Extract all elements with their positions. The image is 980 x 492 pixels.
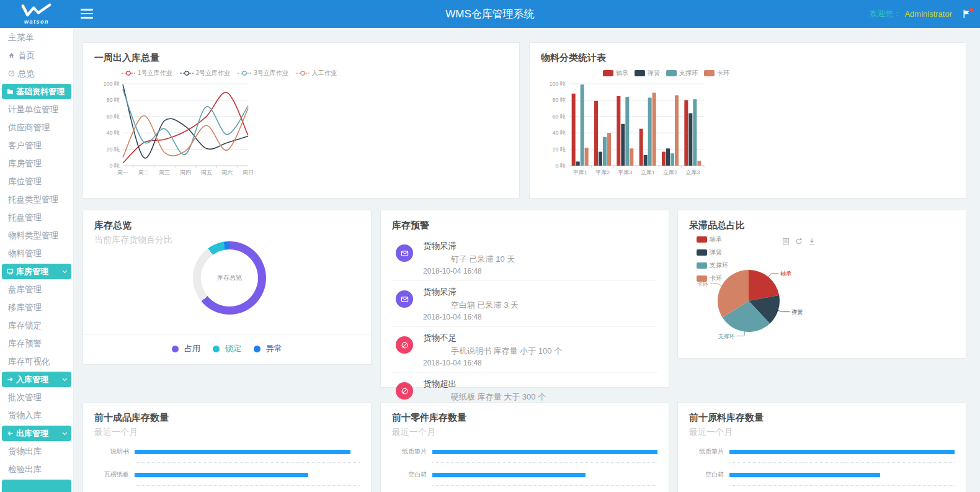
- app-logo[interactable]: watson: [0, 0, 73, 28]
- sidebar-item-5[interactable]: 供应商管理: [0, 119, 73, 136]
- sidebar-item-15[interactable]: 移库管理: [0, 298, 73, 316]
- sidebar-item-19[interactable]: 入库管理: [2, 372, 71, 387]
- card-title: 库存总览: [94, 220, 360, 231]
- sidebar-item-24[interactable]: 检验出库: [0, 460, 73, 478]
- material-bar-chart[interactable]: 0 吨20 吨40 吨60 吨80 吨100 吨平库1平库2平库3立库1立库2立…: [541, 78, 733, 184]
- alert-desc: 空白箱 已呆滞 3 天: [451, 300, 657, 311]
- alert-title: 货物呆滞: [423, 287, 657, 298]
- finished-hbar-chart[interactable]: 说明书瓦楞纸板纸质垫片空白箱: [94, 448, 360, 492]
- pie-legend-item[interactable]: 轴承: [697, 235, 728, 244]
- sidebar-item-21[interactable]: 货物入库: [0, 406, 73, 424]
- notification-dot: [969, 8, 973, 12]
- username[interactable]: Administrator: [904, 9, 952, 19]
- sidebar-item-1[interactable]: 首页: [0, 47, 73, 65]
- legend-item[interactable]: 轴承: [603, 69, 628, 78]
- svg-text:20 吨: 20 吨: [552, 146, 566, 153]
- legend-item[interactable]: 卡环: [704, 69, 729, 78]
- svg-text:周日: 周日: [243, 169, 254, 176]
- svg-text:轴承: 轴承: [780, 271, 791, 277]
- raw-hbar-chart[interactable]: 纸质垫片空白箱彩卡说明书: [689, 448, 955, 492]
- alert-list: 货物呆滞钉子 已呆滞 10 天2018-10-04 16:48货物呆滞空白箱 已…: [392, 235, 657, 418]
- divider: [83, 334, 371, 335]
- svg-text:卡环: 卡环: [697, 281, 708, 287]
- donut-legend-item[interactable]: 锁定: [213, 343, 241, 354]
- sidebar-item-22[interactable]: 出库管理: [2, 426, 71, 441]
- svg-text:100 吨: 100 吨: [103, 81, 120, 87]
- warehouse-icon: [7, 268, 14, 275]
- parts-hbar-chart[interactable]: 纸质垫片空白箱彩卡说明书: [392, 448, 657, 492]
- sidebar-item-11[interactable]: 物料类型管理: [0, 226, 73, 244]
- pie-toolbar: [782, 238, 816, 245]
- card-title: 一周出入库总量: [94, 52, 508, 64]
- sidebar-item-3[interactable]: 基础资料管理: [2, 84, 71, 99]
- sidebar-item-18[interactable]: 库存可视化: [0, 352, 73, 370]
- card-title: 前十原料库存数量: [689, 412, 955, 424]
- legend-item[interactable]: 2号立库作业: [180, 69, 231, 78]
- chevron-down-icon: [62, 270, 68, 274]
- sidebar-item-12[interactable]: 物料管理: [0, 244, 73, 262]
- sidebar-item-label: 库房管理: [8, 158, 42, 169]
- sidebar-item-7[interactable]: 库房管理: [0, 154, 73, 172]
- download-icon[interactable]: [808, 238, 816, 245]
- hbar-gridline: [432, 482, 657, 486]
- sidebar-item-16[interactable]: 库存锁定: [0, 316, 73, 334]
- sidebar-item-6[interactable]: 客户管理: [0, 136, 73, 154]
- sidebar-item-label: 移库管理: [8, 302, 42, 313]
- donut-legend-item[interactable]: 异常: [254, 343, 282, 354]
- sidebar-item-label: 库房管理: [16, 266, 48, 277]
- card-material-category-stats: 物料分类统计表 轴承弹簧支撑环卡环 0 吨20 吨40 吨60 吨80 吨100…: [529, 42, 966, 199]
- sidebar-item-13[interactable]: 库房管理: [2, 264, 71, 279]
- sidebar-item-4[interactable]: 计量单位管理: [0, 101, 73, 119]
- alert-item[interactable]: 货物呆滞空白箱 已呆滞 3 天2018-10-04 16:48: [392, 281, 657, 327]
- alert-icon-wrap: [396, 241, 423, 275]
- refresh-icon[interactable]: [795, 238, 803, 245]
- dataview-icon[interactable]: [782, 238, 790, 245]
- hbar-bar: [432, 450, 657, 454]
- card-top-parts-stock: 前十零件库存数量 最近一个月 纸质垫片空白箱彩卡说明书: [380, 402, 669, 492]
- sidebar-item-17[interactable]: 库存预警: [0, 334, 73, 352]
- material-bar-legend: 轴承弹簧支撑环卡环: [603, 69, 729, 78]
- alert-icon-wrap: [396, 287, 423, 321]
- sidebar-item-label: 供应商管理: [8, 122, 50, 133]
- sidebar-item-9[interactable]: 托盘类型管理: [0, 190, 73, 208]
- card-inventory-alerts: 库存预警 货物呆滞钉子 已呆滞 10 天2018-10-04 16:48货物呆滞…: [380, 210, 669, 388]
- alert-item[interactable]: 货物不足手机说明书 库存量 小于 100 个2018-10-04 16:48: [392, 327, 657, 373]
- legend-item[interactable]: 人工作业: [296, 69, 337, 78]
- legend-item[interactable]: 弹簧: [635, 69, 660, 78]
- sidebar-item-14[interactable]: 盘库管理: [0, 280, 73, 298]
- sidebar-item-25[interactable]: [2, 480, 71, 492]
- sidebar-item-2[interactable]: 总览: [0, 65, 73, 83]
- notification-flag-icon[interactable]: [962, 9, 971, 19]
- legend-label: 1号立库作业: [138, 69, 172, 78]
- menu-toggle-icon[interactable]: [81, 9, 93, 19]
- donut-legend-item[interactable]: 占用: [172, 343, 200, 354]
- legend-item[interactable]: 支撑环: [666, 69, 698, 78]
- hbar-track: [135, 473, 360, 477]
- stagnant-pie-chart[interactable]: 轴承弹簧支撑环卡环: [687, 249, 860, 353]
- hbar-row: 瓦楞纸板: [94, 471, 360, 478]
- legend-item[interactable]: 1号立库作业: [122, 69, 172, 78]
- alert-title: 货物超出: [423, 378, 657, 390]
- weekly-line-chart[interactable]: 0 吨20 吨40 吨60 吨80 吨100 吨周一周二周三周四周五周六周日: [97, 78, 270, 184]
- envelope-icon: [396, 290, 413, 308]
- sidebar-item-label: 货物出库: [8, 446, 42, 457]
- inventory-donut-chart[interactable]: 库存总览: [193, 241, 266, 315]
- folder-icon: [7, 88, 14, 95]
- sidebar-item-23[interactable]: 货物出库: [0, 442, 73, 460]
- sidebar-item-20[interactable]: 批次管理: [0, 388, 73, 406]
- hbar-gridline: [729, 459, 955, 463]
- sidebar-item-label: 物料类型管理: [8, 230, 58, 241]
- card-subtitle: 最近一个月: [392, 427, 657, 438]
- hbar-bar: [729, 450, 955, 454]
- chevron-down-icon: [62, 378, 68, 382]
- svg-text:80 吨: 80 吨: [552, 97, 566, 103]
- card-subtitle: 最近一个月: [689, 427, 955, 438]
- sidebar-item-label: 库存锁定: [8, 320, 42, 331]
- card-weekly-io-total: 一周出入库总量 1号立库作业2号立库作业3号立库作业人工作业 0 吨20 吨40…: [82, 42, 520, 199]
- sidebar-item-10[interactable]: 托盘管理: [0, 208, 73, 226]
- sidebar-section-label: 主菜单: [0, 28, 73, 47]
- legend-item[interactable]: 3号立库作业: [238, 69, 288, 78]
- svg-text:周三: 周三: [159, 169, 170, 176]
- sidebar-item-8[interactable]: 库位管理: [0, 172, 73, 190]
- alert-item[interactable]: 货物呆滞钉子 已呆滞 10 天2018-10-04 16:48: [392, 235, 657, 281]
